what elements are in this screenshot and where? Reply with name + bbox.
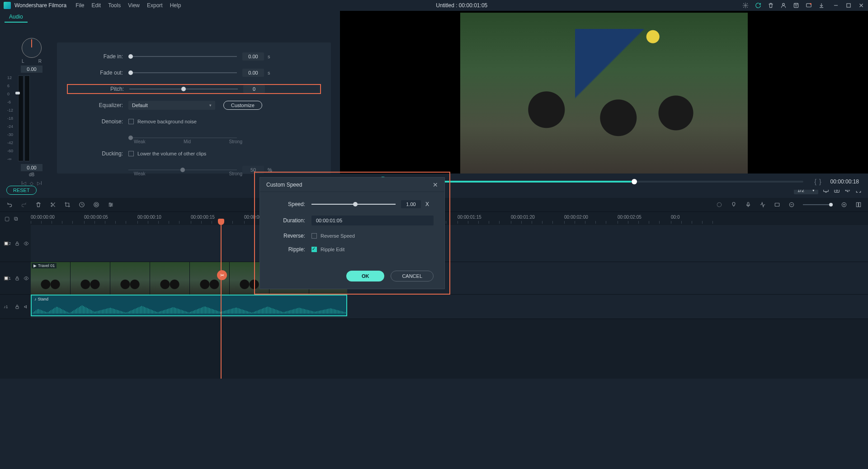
mixer-icon[interactable] xyxy=(716,202,722,208)
pitch-value[interactable]: 0 xyxy=(243,85,265,93)
svg-point-37 xyxy=(26,278,27,279)
progress-bar[interactable] xyxy=(413,181,803,183)
pan-value[interactable]: 0.00 xyxy=(21,66,42,73)
undo-icon[interactable] xyxy=(6,202,13,208)
fade-in-value[interactable]: 0.00 xyxy=(242,52,264,61)
speed-icon[interactable] xyxy=(79,202,85,208)
equalizer-select[interactable]: Default▾ xyxy=(128,101,215,110)
svg-rect-34 xyxy=(16,243,19,245)
color-icon[interactable] xyxy=(93,202,99,208)
minimize-icon[interactable] xyxy=(833,2,839,9)
fade-in-slider[interactable] xyxy=(128,56,237,57)
cancel-button[interactable]: CANCEL xyxy=(391,271,434,281)
menu-view[interactable]: View xyxy=(128,2,140,9)
maximize-icon[interactable] xyxy=(845,2,852,9)
audio-clip[interactable]: ♪Stand xyxy=(31,295,347,316)
track-audio-body[interactable]: ♪Stand xyxy=(31,295,868,319)
denoise-checkbox-label: Remove background noise xyxy=(137,119,197,124)
track-overlay-label: 🔲2 xyxy=(4,241,11,246)
lock-icon[interactable] xyxy=(14,241,20,246)
trash-icon[interactable] xyxy=(768,2,774,9)
eye-icon[interactable] xyxy=(24,241,29,246)
db-label: dB xyxy=(9,172,54,177)
ok-button[interactable]: OK xyxy=(346,271,385,281)
custom-speed-dialog: Custom Speed ✕ Speed: 1.00 X Duration: 0… xyxy=(259,177,445,289)
close-icon[interactable] xyxy=(858,2,864,9)
reset-button[interactable]: RESET xyxy=(6,186,37,195)
user-icon[interactable] xyxy=(780,2,787,9)
duration-label: Duration: xyxy=(271,217,311,224)
crop-icon[interactable] xyxy=(64,202,71,208)
out-brace[interactable]: } xyxy=(819,178,821,185)
download-icon[interactable] xyxy=(818,2,825,9)
split-icon[interactable] xyxy=(50,202,56,208)
speed-value[interactable]: 1.00 xyxy=(401,200,421,208)
dialog-close-icon[interactable]: ✕ xyxy=(433,181,438,188)
duration-input[interactable]: 00:00:01:05 xyxy=(311,216,434,225)
menu-tools[interactable]: Tools xyxy=(108,2,121,9)
svg-rect-32 xyxy=(856,202,858,206)
delete-icon[interactable] xyxy=(35,202,42,208)
fade-out-slider[interactable] xyxy=(128,72,237,73)
vu-ticks: 1260-6-12-18-24-30-42-60-∞ xyxy=(7,75,13,161)
playhead[interactable] xyxy=(221,225,222,379)
denoise-slider[interactable] xyxy=(128,137,237,138)
link-icon[interactable]: ⧉ xyxy=(14,216,18,222)
refresh-icon[interactable] xyxy=(755,2,761,9)
zoom-slider[interactable] xyxy=(803,204,833,205)
volume-knob[interactable] xyxy=(15,92,20,94)
pan-dial[interactable] xyxy=(22,38,42,58)
audio-mix-icon[interactable] xyxy=(760,202,766,208)
redo-icon[interactable] xyxy=(21,202,27,208)
ducking-label: Ducking: xyxy=(70,150,128,157)
tab-audio[interactable]: Audio xyxy=(5,12,28,23)
menu-help[interactable]: Help xyxy=(170,2,181,9)
save-icon[interactable] xyxy=(793,2,799,9)
vu-bar-r xyxy=(24,75,30,161)
settings-icon[interactable] xyxy=(742,2,749,9)
main-menu: File Edit Tools View Export Help xyxy=(75,2,181,9)
kf-add-icon[interactable]: ◇ xyxy=(30,181,33,186)
track-audio: ♪1 ♪Stand xyxy=(0,295,868,319)
fade-out-row: Fade out: 0.00 s xyxy=(70,68,318,78)
fade-in-label: Fade in: xyxy=(70,53,128,60)
lock-icon[interactable] xyxy=(14,304,20,310)
speaker-icon[interactable] xyxy=(24,304,29,310)
scissor-icon[interactable]: ✂ xyxy=(217,270,227,280)
eye-icon[interactable] xyxy=(24,276,29,281)
reverse-checkbox[interactable] xyxy=(311,233,317,239)
ducking-marks: Weak Strong xyxy=(134,171,242,176)
denoise-label: Denoise: xyxy=(70,118,128,125)
ducking-checkbox[interactable] xyxy=(128,151,134,156)
volume-value[interactable]: 0.00 xyxy=(21,164,42,171)
denoise-marks: Weak Mid Strong xyxy=(134,139,242,144)
denoise-checkbox[interactable] xyxy=(128,119,134,124)
customize-button[interactable]: Customize xyxy=(223,101,262,110)
menu-edit[interactable]: Edit xyxy=(92,2,101,9)
speed-slider[interactable] xyxy=(311,204,396,205)
render-icon[interactable] xyxy=(774,202,780,208)
lock-icon[interactable] xyxy=(14,276,20,281)
kf-next-icon[interactable]: ▷I xyxy=(37,181,42,186)
message-icon[interactable] xyxy=(806,2,812,9)
titlebar-actions xyxy=(742,2,825,9)
adjust-icon[interactable] xyxy=(108,202,114,208)
pitch-slider[interactable] xyxy=(129,89,238,89)
reverse-checkbox-label: Reverse Speed xyxy=(321,233,355,239)
zoom-in-icon[interactable] xyxy=(841,202,847,208)
zoom-fit-icon[interactable] xyxy=(855,202,862,208)
in-brace[interactable]: { xyxy=(814,178,816,185)
menu-export[interactable]: Export xyxy=(147,2,163,9)
marker-icon[interactable] xyxy=(731,202,737,208)
menu-file[interactable]: File xyxy=(75,2,84,9)
ripple-checkbox[interactable] xyxy=(311,247,317,252)
fade-out-value[interactable]: 0.00 xyxy=(242,69,264,77)
ruler-mark: 00:00:01:15 xyxy=(458,215,481,220)
kf-prev-icon[interactable]: I◁ xyxy=(21,181,26,186)
reverse-row: Reverse: Reverse Speed xyxy=(271,233,434,239)
track-menu-icon[interactable]: ▢ xyxy=(5,216,9,222)
record-icon[interactable] xyxy=(745,202,751,208)
zoom-out-icon[interactable] xyxy=(788,202,795,208)
svg-point-12 xyxy=(836,190,838,192)
ducking-slider[interactable] xyxy=(128,169,237,170)
